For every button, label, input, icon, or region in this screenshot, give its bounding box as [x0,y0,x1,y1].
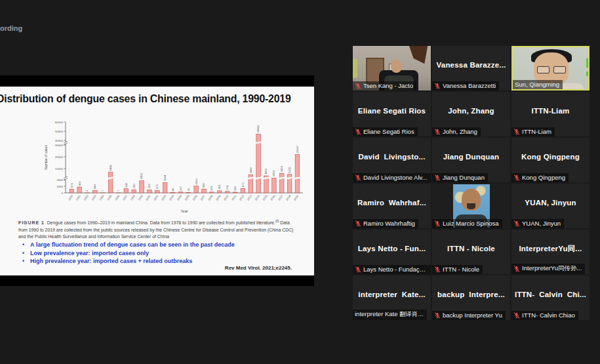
svg-text:2015: 2015 [262,194,268,201]
muted-mic-icon [513,220,520,227]
svg-text:2003: 2003 [169,194,175,201]
muted-mic-icon [434,174,441,181]
svg-text:2050: 2050 [272,170,275,176]
svg-text:2006: 2006 [192,194,199,201]
participant-name-label: Sun, Qiangming [513,80,563,89]
participant-tile[interactable]: interpreter Kate... interpreter Kate 翻译肖… [353,275,431,320]
svg-text:40000: 40000 [55,139,64,142]
participant-name-text: ITTN-Liam [522,128,551,135]
participant-tile[interactable]: David Livingsto... David Livingstone Alv… [353,138,431,182]
svg-text:50000: 50000 [55,130,64,133]
svg-text:2010: 2010 [223,194,230,201]
participant-name-text: Tsen Kang - Jacto [363,82,413,89]
svg-text:30000: 30000 [55,144,64,147]
svg-text:7: 7 [117,190,120,192]
svg-text:316: 316 [218,184,221,190]
participant-tile[interactable]: Jiang Dunquan Jiang Dunquan [432,138,510,182]
svg-text:1999: 1999 [137,194,144,201]
svg-text:1991: 1991 [75,194,82,201]
participant-tile[interactable]: YUAN, Jinyun YUAN, Jinyun [511,184,590,228]
svg-text:22047: 22047 [296,145,299,153]
participant-tile[interactable]: Kong Qingpeng Kong Qingpeng [511,138,590,182]
participant-name-text: John, Zhang [443,128,477,135]
svg-text:46864: 46864 [257,125,260,132]
svg-text:2001: 2001 [153,194,159,201]
participant-tile[interactable]: John, Zhang John, Zhang [432,92,510,136]
svg-text:1993: 1993 [90,194,97,201]
figure-label: FIGURE 1 [18,220,45,225]
shared-screen: Distribution of dengue cases in Chinese … [0,75,314,286]
svg-text:380: 380 [93,184,96,190]
participant-tile[interactable]: ITTN- Calvin Chi... ITTN- Calvin Chiao [511,275,590,320]
participant-tile[interactable]: Ramiro Wahrhaf... Ramiro Wahrhaftig [353,184,431,228]
svg-text:2012: 2012 [239,194,245,201]
svg-text:2018: 2018 [285,194,292,201]
participant-name-label: ITTN-Liam [511,127,555,136]
participant-name-text: Kong Qingpeng [522,174,565,181]
active-speaker-indicator [586,58,588,68]
participant-tile[interactable]: InterpreterYu同... InterpreterYu同传孙... [511,230,590,274]
svg-text:672: 672 [241,182,245,188]
svg-text:223: 223 [226,185,229,190]
svg-text:1995: 1995 [106,194,113,201]
muted-mic-icon [434,312,441,319]
svg-text:2000: 2000 [56,178,63,182]
svg-text:2017: 2017 [277,194,284,201]
muted-mic-icon [434,129,441,135]
svg-text:110: 110 [233,186,237,191]
svg-text:1990: 1990 [68,194,74,201]
slide-citation: Rev Med Virol. 2021;e2245. [225,265,292,271]
participant-display-name: backup Interpre... [432,275,510,313]
presentation-slide: Distribution of dengue cases in Chinese … [0,87,314,275]
participant-tile[interactable]: Vanessa Barazze... Vanessa Barazzetti [432,46,510,91]
svg-text:126: 126 [210,186,213,191]
svg-text:147: 147 [179,186,182,191]
muted-mic-icon [355,129,361,135]
svg-text:60000: 60000 [55,121,64,124]
participant-name-label: backup Interpreter Yu [432,311,506,320]
participant-tile[interactable]: Sun, Qiangming [511,46,590,91]
participant-name-text: David Livingstone Alv... [363,174,428,181]
participant-display-name: Ramiro Wahrhaf... [353,184,431,222]
muted-mic-icon [355,220,361,227]
participant-tile[interactable]: ITTN-Liam ITTN-Liam [511,92,590,136]
svg-text:84: 84 [171,188,174,191]
participant-display-name: Eliane Segati Rios [353,92,431,130]
svg-text:2004: 2004 [176,194,183,201]
participant-name-label: interpreter Kate 翻译肖... [353,310,427,320]
svg-text:1568: 1568 [163,174,167,181]
svg-text:4663: 4663 [249,167,252,174]
svg-text:6836: 6836 [109,165,112,171]
participant-tile[interactable]: Eliane Segati Rios Eliane Segati Rios [353,92,431,136]
participant-name-label: Tsen Kang - Jacto [353,81,416,91]
svg-text:2019: 2019 [293,194,300,201]
figure-caption-text-1: Dengue cases from 1990–2019 in mainland … [47,220,275,225]
participant-name-text: ITTN - Nicole [443,266,479,273]
participant-name-label: Jiang Dunquan [432,173,488,182]
svg-text:1994: 1994 [98,194,105,201]
participant-tile[interactable]: backup Interpre... backup Interpreter Yu [432,275,510,320]
participant-name-text: Jiang Dunquan [443,174,485,181]
participant-tile[interactable]: Luiz Marcio Spinosa [432,184,510,228]
participant-tile[interactable]: ITTN - Nicole ITTN - Nicole [432,230,510,274]
figure-caption: FIGURE 1 Dengue cases from 1990–2019 in … [18,219,294,240]
svg-text:892: 892 [78,180,81,186]
participant-name-text: Eliane Segati Rios [363,128,414,135]
participant-tile[interactable]: Tsen Kang - Jacto [353,46,431,91]
svg-text:5893: 5893 [280,165,283,172]
participant-display-name: Kong Qingpeng [511,138,590,176]
svg-text:1869: 1869 [140,172,144,179]
slide-letterbox-top [0,75,314,87]
svg-text:2014: 2014 [254,194,260,201]
participant-tile[interactable]: Lays Netto - Fun... Lays Netto - Fundaçã… [353,230,431,274]
svg-text:2016: 2016 [270,194,276,201]
participant-name-text: Ramiro Wahrhaftig [363,220,415,227]
participant-display-name: Jiang Dunquan [432,138,510,176]
muted-mic-icon [355,266,361,273]
participant-gallery: Tsen Kang - Jacto Vanessa Barazze... Van… [353,46,590,320]
slide-bullet: A large fluctuation trend of dengue case… [20,241,302,249]
dengue-bar-chart: 0100020001000020000300004000050000600005… [38,114,307,218]
svg-text:589: 589 [202,182,205,188]
slide-bullet: Low prevalence year: imported cases only [20,249,302,258]
svg-text:2002: 2002 [161,194,167,201]
